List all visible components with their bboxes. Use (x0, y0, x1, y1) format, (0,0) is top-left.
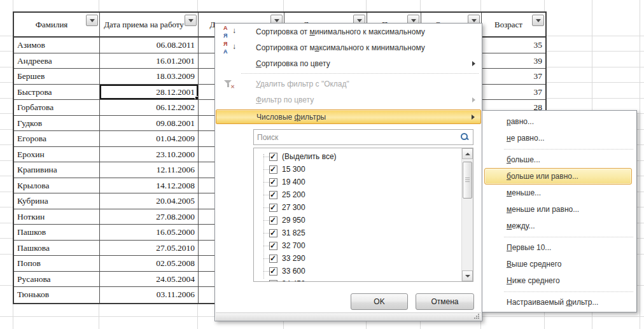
checkbox-icon[interactable] (269, 229, 277, 237)
cell-hire-date[interactable]: 02.05.2008 (100, 256, 199, 272)
cell-hire-date[interactable]: 06.08.2011 (100, 38, 199, 53)
cell-surname[interactable]: Гудков (14, 116, 100, 132)
cell-hire-date[interactable]: 12.11.2006 (100, 162, 199, 178)
header-filter-button[interactable] (185, 15, 197, 26)
sort-za-icon: ЯА↓ (223, 42, 237, 53)
cell-hire-date[interactable]: 23.10.2000 (100, 147, 199, 163)
checkbox-icon[interactable] (269, 165, 277, 174)
cell-hire-date[interactable]: 14.12.2008 (100, 178, 199, 194)
scroll-up-button[interactable] (462, 148, 473, 159)
cell-hire-date[interactable]: 24.05.2004 (100, 272, 199, 288)
checkbox-icon[interactable] (269, 216, 277, 225)
menu-separator (482, 234, 636, 239)
cell-surname[interactable]: Ерохин (14, 147, 100, 163)
menu-item-between[interactable]: между... (482, 218, 636, 234)
menu-item-sort-desc[interactable]: ЯА↓Сортировка от максимального к минимал… (216, 39, 481, 55)
header-filter-button[interactable] (532, 15, 544, 26)
checkbox-icon[interactable] (269, 255, 277, 263)
cell-surname[interactable]: Тюньков (14, 287, 100, 303)
menu-item-filter-by-color: Фильтр по цвету (216, 92, 481, 108)
filter-value-item[interactable]: 25 200 (254, 188, 462, 201)
menu-item-equals[interactable]: равно... (482, 113, 636, 130)
cell-surname[interactable]: Русанова (14, 272, 100, 288)
checkbox-icon[interactable] (269, 204, 277, 212)
cell-surname[interactable]: Пашков (14, 225, 100, 241)
cell-hire-date[interactable]: 18.03.2009 (100, 69, 199, 85)
checkbox-icon[interactable] (269, 267, 277, 276)
menu-item-greater-or-equal[interactable]: больше или равно... (484, 168, 632, 185)
scrollbar[interactable] (461, 148, 473, 281)
cell-hire-date[interactable]: 28.12.2001 (100, 85, 199, 101)
cell-surname[interactable]: Андреева (14, 53, 100, 69)
checkbox-icon[interactable] (269, 280, 277, 283)
scrollbar-thumb[interactable] (463, 162, 472, 199)
cell-hire-date[interactable]: 20.04.2005 (100, 193, 199, 209)
filter-value-label: 25 200 (282, 190, 305, 199)
search-input[interactable] (254, 130, 473, 144)
filter-arrow-icon (411, 19, 416, 22)
checkbox-icon[interactable] (269, 191, 277, 199)
sort-az-icon: АЯ↓ (223, 26, 237, 38)
cell-hire-date[interactable]: 06.12.2002 (100, 100, 199, 116)
filter-value-label: 19 400 (282, 178, 305, 186)
cell-surname[interactable]: Попов (14, 256, 100, 272)
menu-item-above-average[interactable]: Выше среднего (482, 256, 636, 272)
cell-age[interactable]: 37 (482, 69, 545, 85)
filter-value-item[interactable]: 15 300 (254, 163, 462, 176)
filter-value-item[interactable]: 27 300 (254, 201, 462, 214)
filter-menu-items: АЯ↓Сортировка от минимального к максимал… (216, 24, 481, 124)
filter-value-item[interactable]: (Выделить все) (254, 150, 462, 163)
filter-value-item[interactable]: 31 825 (254, 227, 462, 239)
cell-hire-date[interactable]: 27.05.2010 (100, 241, 199, 256)
cell-hire-date[interactable]: 03.11.2006 (100, 287, 199, 303)
filter-value-item[interactable]: 33 290 (254, 252, 462, 265)
filter-value-label: 34 450 (282, 279, 305, 282)
checkbox-icon[interactable] (269, 242, 277, 250)
filter-value-item[interactable]: 19 400 (254, 176, 462, 188)
checkbox-icon[interactable] (269, 178, 277, 186)
cell-surname[interactable]: Азимов (14, 38, 100, 53)
resize-grip-icon[interactable] (474, 314, 480, 319)
scroll-down-button[interactable] (462, 270, 473, 281)
menu-item-sort-by-color[interactable]: Сортировка по цвету (216, 55, 481, 71)
cell-surname[interactable]: Пашкова (14, 241, 100, 256)
cell-hire-date[interactable]: 01.04.2009 (100, 131, 199, 147)
cell-age[interactable]: 37 (482, 85, 545, 101)
cell-surname[interactable]: Крапивина (14, 162, 100, 178)
menu-item-sort-asc[interactable]: АЯ↓Сортировка от минимального к максимал… (216, 24, 481, 39)
checkbox-icon[interactable] (269, 153, 277, 161)
cell-age[interactable]: 39 (482, 53, 545, 69)
cell-hire-date[interactable]: 16.01.2001 (100, 53, 199, 69)
menu-item-less-or-equal[interactable]: меньше или равно... (482, 201, 636, 218)
menu-item-top-10[interactable]: Первые 10... (482, 239, 636, 256)
ok-button[interactable]: OK (351, 293, 408, 310)
menu-item-label: Первые 10... (507, 243, 551, 252)
filter-value-label: 31 825 (282, 228, 305, 237)
filter-value-item[interactable]: 34 450 (254, 277, 462, 282)
cell-surname[interactable]: Ноткин (14, 209, 100, 225)
menu-item-greater[interactable]: больше... (482, 151, 636, 168)
cell-surname[interactable]: Егорова (14, 131, 100, 147)
menu-item-custom-filter[interactable]: Настраиваемый фильтр... (482, 294, 636, 311)
cell-hire-date[interactable]: 16.05.2000 (100, 225, 199, 241)
menu-item-number-filters[interactable]: Числовые фильтры (216, 109, 481, 124)
menu-item-less[interactable]: меньше... (482, 185, 636, 201)
menu-item-label: Числовые фильтры (256, 113, 326, 122)
cell-surname[interactable]: Быстрова (14, 85, 100, 101)
filter-value-item[interactable]: 32 700 (254, 239, 462, 252)
header-filter-button[interactable] (86, 15, 98, 26)
cancel-button[interactable]: Отмена (416, 293, 474, 310)
filter-value-item[interactable]: 33 600 (254, 265, 462, 277)
cell-surname[interactable]: Кубрина (14, 193, 100, 209)
filter-value-item[interactable]: 29 950 (254, 214, 462, 227)
cell-surname[interactable]: Крылова (14, 178, 100, 194)
cell-hire-date[interactable]: 27.08.2000 (100, 209, 199, 225)
menu-item-not-equals[interactable]: не равно... (482, 130, 636, 146)
cell-surname[interactable]: Горбатова (14, 100, 100, 116)
menu-item-below-average[interactable]: Ниже среднего (482, 272, 636, 289)
cell-surname[interactable]: Бершев (14, 69, 100, 85)
filter-value-label: 32 700 (282, 241, 305, 250)
cell-age[interactable]: 35 (482, 38, 545, 53)
filter-arrow-icon (90, 19, 95, 22)
cell-hire-date[interactable]: 09.08.2001 (100, 116, 199, 132)
